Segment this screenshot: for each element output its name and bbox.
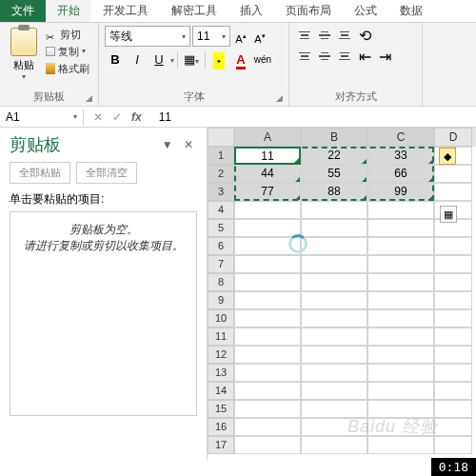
cell[interactable]: [234, 309, 301, 327]
cell[interactable]: 11: [234, 147, 301, 165]
increase-indent-button[interactable]: ⇥: [375, 47, 394, 66]
cell[interactable]: [367, 291, 434, 309]
row-header[interactable]: 5: [208, 219, 234, 237]
cell[interactable]: [234, 255, 301, 273]
cell[interactable]: [367, 255, 434, 273]
tab-file[interactable]: 文件: [0, 0, 46, 22]
cell[interactable]: [234, 327, 301, 346]
cell[interactable]: [301, 237, 367, 255]
align-right-button[interactable]: [335, 47, 354, 66]
select-all-corner[interactable]: [208, 128, 234, 147]
cell[interactable]: [301, 309, 367, 327]
dialog-launcher-icon[interactable]: ◢: [86, 93, 95, 103]
cell[interactable]: [301, 291, 367, 309]
cell[interactable]: [367, 309, 434, 327]
cell[interactable]: [367, 364, 434, 382]
dialog-launcher-icon[interactable]: ◢: [276, 93, 286, 103]
cell[interactable]: 22: [301, 147, 367, 165]
cell[interactable]: [367, 237, 434, 255]
cell[interactable]: 55: [301, 165, 367, 183]
error-smarttag-icon[interactable]: ◆: [439, 148, 456, 165]
tab-decrypt[interactable]: 解密工具: [160, 0, 228, 22]
row-header[interactable]: 9: [208, 291, 234, 309]
cell[interactable]: [367, 201, 434, 219]
cell[interactable]: [434, 291, 472, 309]
bold-button[interactable]: B: [105, 50, 126, 70]
align-middle-button[interactable]: [315, 26, 334, 45]
enter-icon[interactable]: ✓: [112, 110, 122, 124]
align-top-button[interactable]: [295, 26, 314, 45]
row-header[interactable]: 4: [208, 201, 234, 219]
cell[interactable]: [301, 364, 367, 382]
row-header[interactable]: 16: [208, 418, 234, 436]
column-header[interactable]: C: [367, 128, 434, 147]
cell[interactable]: 88: [301, 183, 367, 201]
row-header[interactable]: 12: [208, 346, 234, 364]
increase-font-button[interactable]: A▴: [232, 26, 249, 47]
cut-button[interactable]: ✂剪切: [46, 26, 89, 43]
row-header[interactable]: 10: [208, 309, 234, 327]
paste-options-icon[interactable]: ▦: [440, 206, 457, 223]
row-header[interactable]: 7: [208, 255, 234, 273]
tab-formulas[interactable]: 公式: [343, 0, 388, 22]
tab-home[interactable]: 开始: [46, 0, 91, 22]
row-header[interactable]: 6: [208, 237, 234, 255]
cell[interactable]: [367, 418, 434, 436]
cell[interactable]: [367, 346, 434, 364]
cell[interactable]: [367, 382, 434, 400]
cell[interactable]: [234, 400, 301, 418]
cell[interactable]: [234, 382, 301, 400]
cell[interactable]: [434, 400, 472, 418]
cell[interactable]: [434, 327, 472, 346]
underline-button[interactable]: U: [149, 50, 169, 70]
cell[interactable]: 33: [367, 147, 434, 165]
align-center-button[interactable]: [315, 47, 334, 66]
column-header[interactable]: A: [234, 128, 301, 147]
formula-input[interactable]: 11: [151, 110, 171, 124]
phonetic-button[interactable]: wén: [252, 50, 273, 70]
cell[interactable]: [367, 273, 434, 291]
border-button[interactable]: ▦▾: [181, 50, 202, 70]
pane-options-icon[interactable]: ▼: [162, 138, 177, 151]
close-icon[interactable]: ✕: [184, 138, 197, 151]
cell[interactable]: [367, 436, 434, 454]
row-header[interactable]: 17: [208, 436, 234, 454]
tab-data[interactable]: 数据: [388, 0, 434, 22]
row-header[interactable]: 3: [208, 183, 234, 201]
tab-pagelayout[interactable]: 页面布局: [274, 0, 343, 22]
spreadsheet-grid[interactable]: ABCD 11122332445566377889945678910111213…: [208, 128, 476, 461]
tab-developer[interactable]: 开发工具: [91, 0, 160, 22]
decrease-indent-button[interactable]: ⇤: [355, 47, 374, 66]
cell[interactable]: [301, 346, 367, 364]
font-name-select[interactable]: 等线▾: [105, 26, 190, 47]
row-header[interactable]: 15: [208, 400, 234, 418]
cell[interactable]: [234, 346, 301, 364]
cell[interactable]: [367, 400, 434, 418]
cell[interactable]: [434, 346, 472, 364]
cell[interactable]: [234, 364, 301, 382]
column-header[interactable]: B: [301, 128, 367, 147]
orientation-button[interactable]: ⟲: [355, 26, 374, 45]
row-header[interactable]: 2: [208, 165, 234, 183]
cell[interactable]: [234, 418, 301, 436]
cell[interactable]: [301, 327, 367, 346]
paste-all-button[interactable]: 全部粘贴: [10, 162, 70, 184]
cell[interactable]: [434, 237, 472, 255]
column-header[interactable]: D: [434, 128, 472, 147]
italic-button[interactable]: I: [127, 50, 148, 70]
cell[interactable]: 77: [234, 183, 301, 201]
cell[interactable]: [434, 418, 472, 436]
cell[interactable]: [434, 273, 472, 291]
cell[interactable]: [301, 400, 367, 418]
cell[interactable]: 66: [367, 165, 434, 183]
font-color-button[interactable]: A: [230, 50, 251, 70]
cell[interactable]: [234, 273, 301, 291]
cell[interactable]: [301, 219, 367, 237]
copy-button[interactable]: 复制▾: [46, 43, 89, 60]
cell[interactable]: [434, 165, 472, 183]
cell[interactable]: [367, 327, 434, 346]
cell[interactable]: [301, 201, 367, 219]
cell[interactable]: [434, 309, 472, 327]
cell[interactable]: [234, 436, 301, 454]
chevron-down-icon[interactable]: ▾: [170, 56, 174, 65]
